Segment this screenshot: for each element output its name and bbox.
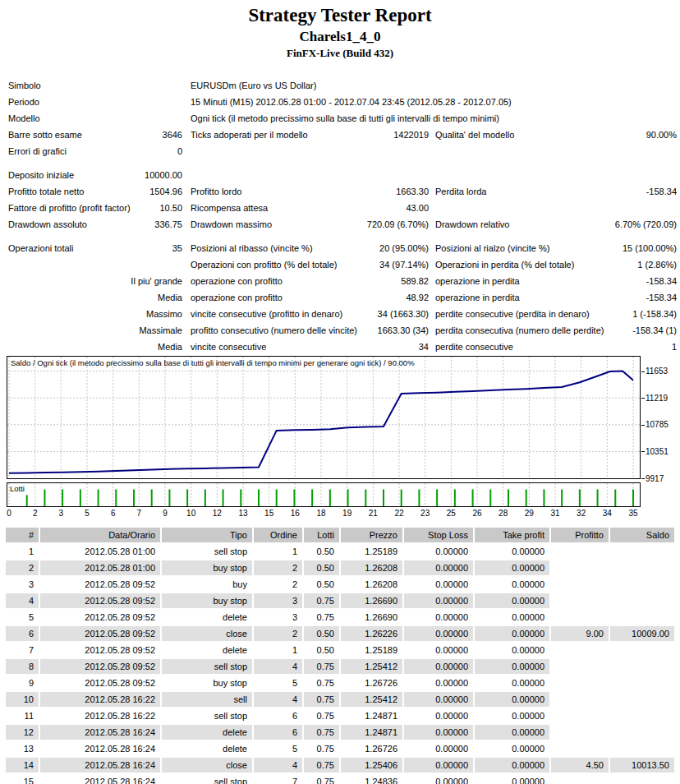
trade-cell: 0.75 [304, 708, 339, 723]
trade-row: 102012.05.28 16:22sell40.751.254120.0000… [6, 692, 674, 707]
summary-row: Barre sotto esame3646Ticks adoperati per… [8, 127, 677, 143]
trades-column-header: Stop Loss [404, 528, 473, 542]
summary-row: Errori di grafici0 [8, 143, 677, 159]
lotti-panel-label: Lotti [10, 484, 25, 493]
summary-value: 1663.30 (34) [378, 322, 429, 339]
balance-chart: Saldo / Ogni tick (il metodo precissimo … [0, 356, 680, 520]
trade-cell: 0.75 [304, 676, 339, 690]
trade-cell: 0.00000 [404, 708, 473, 723]
summary-row: Mediaoperazione con profitto48.92operazi… [8, 289, 677, 306]
trade-cell: 1.25412 [341, 659, 402, 674]
trade-cell: 0.00000 [404, 593, 473, 608]
trade-cell: 2012.05.28 01:00 [40, 560, 160, 575]
summary-value: 34 [419, 339, 429, 355]
trades-table-header-row: #Data/OrarioTipoOrdineLottiPrezzoStop Lo… [6, 528, 674, 542]
trade-cell [610, 725, 674, 740]
trade-cell: 7 [6, 643, 39, 657]
chart-title: Saldo / Ogni tick (il metodo precissimo … [11, 358, 415, 367]
y-axis-tick [641, 451, 645, 452]
trade-cell [610, 643, 674, 657]
trade-cell: 2012.05.28 16:24 [40, 774, 160, 784]
balance-plot-svg [7, 357, 640, 478]
trade-cell: 4 [254, 659, 302, 674]
y-axis-label: 9917 [646, 474, 664, 483]
trade-cell: delete [162, 741, 252, 756]
trade-row: 32012.05.28 09:52buy20.501.262080.000000… [6, 577, 674, 592]
summary-label: Operazioni totali [8, 240, 74, 256]
trade-cell: 0.75 [304, 725, 339, 740]
trade-cell: 5 [254, 741, 302, 756]
trade-cell: 0.50 [304, 560, 339, 575]
summary-label: Drawdown assoluto [8, 216, 87, 233]
trade-cell: 0.00000 [404, 741, 473, 756]
summary-value: 6.70% (720.09) [615, 216, 677, 233]
trade-cell [610, 577, 674, 592]
trade-cell: sell stop [162, 659, 252, 674]
summary-label: Qualita' del modello [435, 127, 514, 143]
summary-label: perdite consecutive (perdita in denaro) [435, 306, 590, 322]
x-axis-label: 16 [291, 509, 300, 518]
trade-cell: 14 [6, 758, 39, 772]
trade-cell: 5 [6, 610, 39, 625]
trade-cell: 1.26726 [341, 741, 402, 756]
trade-cell: delete [162, 643, 252, 657]
trade-cell: sell [162, 692, 252, 707]
trade-cell: 2 [6, 560, 39, 575]
summary-label: perdita consecutiva (numero delle perdit… [435, 322, 604, 339]
summary-value: Media [158, 289, 182, 306]
summary-row: Drawdown assoluto336.75Drawdown massimo7… [8, 216, 677, 233]
trade-cell: delete [162, 725, 252, 740]
trade-cell: 1.26726 [341, 676, 402, 690]
trade-cell: 0.00000 [404, 692, 473, 707]
summary-cell: Operazioni in perdita (% del totale)1 (2… [429, 256, 677, 273]
summary-value: -158.34 (1) [632, 322, 677, 339]
trade-row: 92012.05.28 09:52buy stop50.751.267260.0… [6, 676, 674, 690]
page-title: Strategy Tester Report [0, 5, 680, 26]
summary-label: Perdita lorda [435, 183, 486, 200]
trade-cell: 10009.00 [610, 626, 674, 641]
summary-row: Periodo15 Minuti (M15) 2012.05.28 01:00 … [8, 94, 677, 110]
trade-cell [551, 593, 609, 608]
summary-label: Ticks adoperati per il modello [191, 127, 308, 143]
trade-cell: delete [162, 610, 252, 625]
trade-cell: 2012.05.28 09:52 [40, 626, 160, 641]
summary-value: 589.82 [401, 273, 429, 289]
summary-cell: Il piu' grande [8, 273, 182, 289]
summary-label: Deposito iniziale [8, 167, 74, 183]
trade-cell: buy [162, 577, 252, 592]
trade-cell: 0.00000 [475, 725, 549, 740]
summary-value: Massimo [146, 306, 182, 322]
trade-cell: 0.00000 [475, 708, 549, 723]
trade-cell: 0.00000 [404, 544, 473, 559]
trade-row: 122012.05.28 16:24delete60.751.248710.00… [6, 725, 674, 740]
trade-cell: 0.00000 [475, 758, 549, 772]
summary-label: Operazioni con profitto (% del totale) [191, 256, 338, 273]
summary-cell: Drawdown assoluto336.75 [8, 216, 182, 233]
summary-cell: Drawdown massimo720.09 (6.70%) [182, 216, 429, 233]
summary-row: Profitto totale netto1504.96Profitto lor… [8, 183, 677, 200]
summary-value: 35 [172, 240, 182, 256]
trade-row: 72012.05.28 09:52delete10.501.251890.000… [6, 643, 674, 657]
summary-value: 1 (-158.34) [632, 306, 677, 322]
summary-label: Ricompensa attesa [191, 200, 268, 216]
summary-value: Il piu' grande [131, 273, 182, 289]
summary-wide-value: Ogni tick (il metodo precissimo sulla ba… [182, 110, 677, 127]
summary-value: 15 (100.00%) [623, 240, 677, 256]
summary-cell: Barre sotto esame3646 [8, 127, 182, 143]
trade-cell: 10013.50 [610, 758, 674, 772]
trade-cell: 6 [6, 626, 39, 641]
summary-value: 336.75 [154, 216, 182, 233]
trade-cell [610, 741, 674, 756]
trade-cell: 0.00000 [475, 626, 549, 641]
trade-cell [551, 659, 609, 674]
x-axis-label: 9 [163, 509, 168, 518]
y-axis-label: 10785 [646, 420, 669, 429]
summary-cell: Media [8, 339, 182, 355]
trade-cell: 7 [254, 774, 302, 784]
y-axis-tick [641, 425, 645, 426]
trade-cell: 2012.05.28 09:52 [40, 610, 160, 625]
trade-cell: 6 [254, 725, 302, 740]
trade-cell: 0.00000 [475, 560, 549, 575]
x-axis-label: 5 [85, 509, 90, 518]
summary-value: 720.09 (6.70%) [367, 216, 429, 233]
